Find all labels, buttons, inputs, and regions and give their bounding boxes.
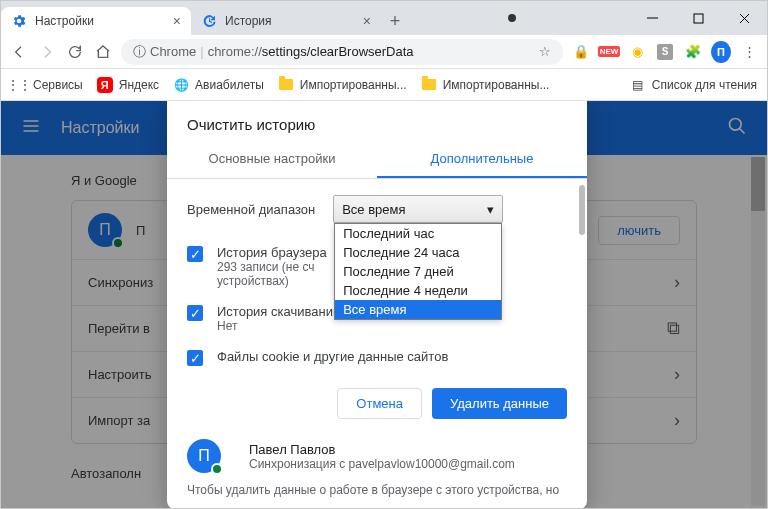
- folder-icon: [278, 77, 294, 93]
- back-button[interactable]: [9, 44, 29, 60]
- omnibox[interactable]: ⓘ Chrome | chrome://settings/clearBrowse…: [121, 39, 563, 65]
- url-scheme: chrome://: [208, 44, 262, 59]
- checkbox-title: История скачиваний: [217, 304, 340, 319]
- history-icon: [201, 13, 217, 29]
- close-icon[interactable]: ×: [363, 13, 371, 29]
- chrome-menu-icon[interactable]: ⋮: [739, 42, 759, 62]
- tab-overflow-icon[interactable]: [508, 14, 516, 22]
- cancel-button[interactable]: Отмена: [337, 388, 422, 419]
- window-controls: [629, 1, 767, 35]
- extensions-puzzle-icon[interactable]: 🧩: [683, 42, 703, 62]
- new-tab-button[interactable]: +: [381, 7, 409, 35]
- tab-label: Настройки: [35, 14, 94, 28]
- close-window-button[interactable]: [721, 1, 767, 35]
- option-last-7d[interactable]: Последние 7 дней: [335, 262, 501, 281]
- browser-window: Настройки × История × + ⓘ Chrome | chrom…: [0, 0, 768, 509]
- clear-data-dialog: Очистить историю Основные настройки Допо…: [167, 101, 587, 508]
- apps-icon: ⋮⋮: [11, 77, 27, 93]
- option-last-4w[interactable]: Последние 4 недели: [335, 281, 501, 300]
- bookmarks-bar: ⋮⋮Сервисы ЯЯндекс 🌐Авиабилеты Импортиров…: [1, 69, 767, 101]
- bookmark-avia[interactable]: 🌐Авиабилеты: [173, 77, 264, 93]
- time-range-select[interactable]: Все время ▾ Последний час Последние 24 ч…: [333, 195, 503, 223]
- checkbox-icon[interactable]: ✓: [187, 305, 203, 321]
- url-host: Chrome: [150, 44, 196, 59]
- dialog-body: Временной диапазон Все время ▾ Последний…: [167, 179, 587, 374]
- dialog-scrollbar[interactable]: [579, 179, 585, 374]
- bookmark-label: Яндекс: [119, 78, 159, 92]
- page-content: Настройки Я и Google П П лючить Синхрони…: [1, 101, 767, 508]
- svg-rect-0: [694, 14, 703, 23]
- dialog-footnote: Чтобы удалить данные о работе в браузере…: [167, 483, 587, 508]
- bookmark-folder-1[interactable]: Импортированны...: [278, 77, 407, 93]
- account-sync-status: Синхронизация с pavelpavlow10000@gmail.c…: [249, 457, 515, 471]
- forward-button[interactable]: [37, 44, 57, 60]
- lock-icon[interactable]: 🔒: [571, 42, 591, 62]
- bookmark-label: Импортированны...: [443, 78, 550, 92]
- bookmark-yandex[interactable]: ЯЯндекс: [97, 77, 159, 93]
- home-button[interactable]: [93, 44, 113, 60]
- account-name: Павел Павлов: [249, 442, 515, 457]
- apps-shortcut[interactable]: ⋮⋮Сервисы: [11, 77, 83, 93]
- titlebar: Настройки × История × +: [1, 1, 767, 35]
- folder-icon: [421, 77, 437, 93]
- checkbox-sub: Нет: [217, 319, 340, 333]
- avatar: П: [187, 439, 221, 473]
- checkbox-row-cookies[interactable]: ✓ Файлы cookie и другие данные сайтов: [187, 341, 567, 374]
- tab-basic[interactable]: Основные настройки: [167, 141, 377, 178]
- url-path: settings/clearBrowserData: [262, 44, 414, 59]
- bookmark-label: Список для чтения: [652, 78, 757, 92]
- checkbox-icon[interactable]: ✓: [187, 350, 203, 366]
- dialog-actions: Отмена Удалить данные: [167, 374, 587, 433]
- maximize-button[interactable]: [675, 1, 721, 35]
- yandex-icon: Я: [97, 77, 113, 93]
- site-info-icon[interactable]: ⓘ: [133, 43, 146, 61]
- bookmark-folder-2[interactable]: Импортированны...: [421, 77, 550, 93]
- reading-list-icon: ▤: [630, 77, 646, 93]
- close-icon[interactable]: ×: [173, 13, 181, 29]
- globe-icon: 🌐: [173, 77, 189, 93]
- checkbox-icon[interactable]: ✓: [187, 246, 203, 262]
- reading-list-button[interactable]: ▤Список для чтения: [630, 77, 757, 93]
- tab-label: История: [225, 14, 272, 28]
- bookmark-label: Сервисы: [33, 78, 83, 92]
- time-range-dropdown: Последний час Последние 24 часа Последни…: [334, 223, 502, 320]
- checkbox-title: Файлы cookie и другие данные сайтов: [217, 349, 448, 364]
- minimize-button[interactable]: [629, 1, 675, 35]
- tab-history[interactable]: История ×: [191, 7, 381, 35]
- profile-avatar[interactable]: П: [711, 42, 731, 62]
- reload-button[interactable]: [65, 44, 85, 60]
- delete-data-button[interactable]: Удалить данные: [432, 388, 567, 419]
- toolbar-extensions: 🔒 NEW ◉ S 🧩 П ⋮: [571, 42, 759, 62]
- extension-icon[interactable]: ◉: [627, 42, 647, 62]
- select-value: Все время: [342, 202, 405, 217]
- address-bar: ⓘ Chrome | chrome://settings/clearBrowse…: [1, 35, 767, 69]
- extension-s-icon[interactable]: S: [655, 42, 675, 62]
- dialog-title: Очистить историю: [167, 101, 587, 141]
- tab-advanced[interactable]: Дополнительные: [377, 141, 587, 178]
- option-all-time[interactable]: Все время: [335, 300, 501, 319]
- tab-settings[interactable]: Настройки ×: [1, 7, 191, 35]
- dialog-tabs: Основные настройки Дополнительные: [167, 141, 587, 179]
- bookmark-star-icon[interactable]: ☆: [539, 44, 551, 59]
- option-last-hour[interactable]: Последний час: [335, 224, 501, 243]
- chevron-down-icon: ▾: [487, 202, 494, 217]
- gear-icon: [11, 13, 27, 29]
- bookmark-label: Импортированны...: [300, 78, 407, 92]
- dialog-account-row: П Павел Павлов Синхронизация с pavelpavl…: [167, 433, 587, 483]
- new-badge-icon[interactable]: NEW: [599, 42, 619, 62]
- time-range-label: Временной диапазон: [187, 202, 315, 217]
- bookmark-label: Авиабилеты: [195, 78, 264, 92]
- option-last-24h[interactable]: Последние 24 часа: [335, 243, 501, 262]
